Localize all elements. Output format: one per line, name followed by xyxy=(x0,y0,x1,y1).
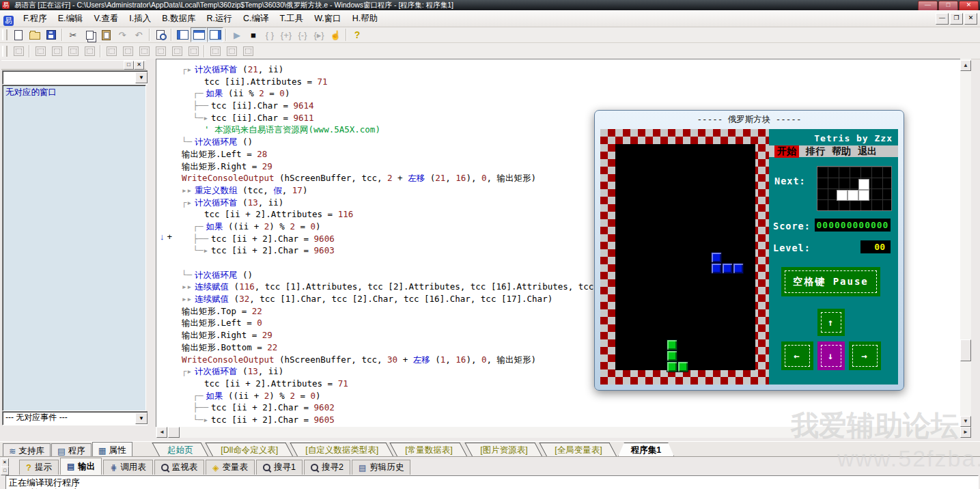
arrow-up-button[interactable]: ↑ xyxy=(817,309,845,336)
layout-right-panel-button[interactable] xyxy=(207,27,223,42)
chevron-down-icon[interactable]: ▼ xyxy=(135,72,148,83)
output-tab-7[interactable]: 搜寻2 xyxy=(304,460,350,475)
doc-tab-5[interactable]: [图片资源表] xyxy=(464,443,543,457)
output-tab-6[interactable]: 搜寻1 xyxy=(256,460,303,475)
debug-step-over-button[interactable]: { } xyxy=(262,27,278,42)
sidebar-grab-bar[interactable]: □ ✕ xyxy=(1,60,146,70)
doc-tab-7[interactable]: 程序集1 xyxy=(618,443,674,457)
chevron-down-icon[interactable]: ▼ xyxy=(135,413,148,424)
arrow-left-button[interactable]: ← xyxy=(781,341,813,370)
code-line[interactable]: ┌▸计次循环首 (21, ii) xyxy=(156,64,961,76)
sidebar-tab-program[interactable]: ▤程序 xyxy=(51,443,92,458)
output-tab-3[interactable]: ⋕调用表 xyxy=(103,460,153,475)
menu-item-i[interactable]: I.插入 xyxy=(124,10,156,27)
output-tab-5[interactable]: ◈变量表 xyxy=(206,460,255,475)
game-menu-排行[interactable]: 排行 xyxy=(806,145,825,158)
code-line[interactable]: └─▸tcc [ii + 2].Char = 9605 xyxy=(156,414,961,426)
game-menu-开始[interactable]: 开始 xyxy=(774,145,799,158)
sidebar-tab-properties[interactable]: ▦属性 xyxy=(92,442,132,458)
arrow-right-button[interactable]: → xyxy=(849,341,881,370)
output-tab-label: 输出 xyxy=(78,461,95,473)
mdi-close-button[interactable]: ✕ xyxy=(964,13,977,25)
arrow-down-button[interactable]: ↓ xyxy=(817,341,845,370)
scroll-up-button[interactable]: ▲ xyxy=(960,60,971,71)
doc-tab-label: [自定义数据类型表] xyxy=(305,443,378,457)
output-tab-4[interactable]: 监视表 xyxy=(154,460,205,475)
sidebar-splitter[interactable] xyxy=(148,59,156,441)
doc-tab-2[interactable]: [Dll命令定义表] xyxy=(205,443,293,457)
doc-tab-1[interactable]: 起始页 xyxy=(152,443,208,457)
output-tab-8[interactable]: ▤剪辑历史 xyxy=(352,460,410,475)
new-file-button[interactable] xyxy=(10,27,27,42)
output-tab-2[interactable]: ▤输出 xyxy=(60,458,102,475)
doc-tab-label: 程序集1 xyxy=(631,443,661,457)
find-button[interactable] xyxy=(152,27,169,42)
layout-left-panel-button[interactable] xyxy=(174,27,191,42)
redo-button[interactable]: ↷ xyxy=(114,27,130,42)
debug-pause-hand-button[interactable]: ☝ xyxy=(327,27,344,42)
mdi-restore-button[interactable]: ❐ xyxy=(950,13,963,25)
down-arrow-icon: ↓ xyxy=(821,345,841,367)
code-line[interactable]: ┌─如果 ((ii + 2) % 2 = 0) xyxy=(156,390,961,402)
menu-item-b[interactable]: B.数据库 xyxy=(156,10,201,27)
menu-item-v[interactable]: V.查看 xyxy=(89,10,124,27)
right-arrow-icon: → xyxy=(852,345,878,367)
sidebar-close-button[interactable]: ✕ xyxy=(134,61,144,70)
code-line[interactable]: tcc [ii].Attributes = 71 xyxy=(156,76,961,88)
scroll-left-button[interactable]: ◄ xyxy=(156,427,167,438)
list-item[interactable]: 无对应的窗口 xyxy=(3,85,145,98)
code-line[interactable]: ┌─如果 (ii % 2 = 0) xyxy=(156,87,961,100)
code-line[interactable]: ├──tcc [ii + 2].Char = 9602 xyxy=(156,402,961,414)
v-scrollbar-thumb[interactable] xyxy=(960,339,971,361)
close-button[interactable]: ✕ xyxy=(959,1,979,10)
menu-item-r[interactable]: R.运行 xyxy=(201,10,238,27)
add-column-left-icon xyxy=(32,44,48,59)
cut-button[interactable]: ✂ xyxy=(65,27,81,42)
menu-item-t[interactable]: T.工具 xyxy=(274,10,309,27)
maximize-button[interactable]: □ xyxy=(938,1,958,10)
debug-step-out-button[interactable]: {-} xyxy=(294,27,311,42)
menu-item-w[interactable]: W.窗口 xyxy=(309,10,347,27)
event-select-combo[interactable]: --- 无对应事件 --- ▼ xyxy=(2,411,149,425)
window-select-combo[interactable]: ▼ xyxy=(2,70,149,85)
menu-item-c[interactable]: C.编译 xyxy=(238,10,275,27)
undo-button[interactable]: ↶ xyxy=(130,27,147,42)
menu-item-h[interactable]: H.帮助 xyxy=(347,10,384,27)
debug-step-into-button[interactable]: {+} xyxy=(278,27,294,42)
game-window[interactable]: ----- 俄罗斯方块 ----- Tetris by Zzx 开始排行帮助退出… xyxy=(594,110,904,391)
hist-icon: ▤ xyxy=(359,464,366,472)
menu-item-e[interactable]: E.编辑 xyxy=(53,10,89,27)
pause-button[interactable]: 空格键 Pause xyxy=(781,267,880,296)
menu-item-f[interactable]: F.程序 xyxy=(18,10,53,27)
left-arrow-icon: ← xyxy=(785,345,810,367)
doc-tab-6[interactable]: [全局变量表] xyxy=(540,443,618,457)
copy-button[interactable] xyxy=(81,27,98,42)
h-scrollbar-thumb[interactable] xyxy=(168,427,180,438)
scroll-down-button[interactable]: ▼ xyxy=(960,416,971,427)
toolbar-grip[interactable] xyxy=(2,29,8,40)
layout-bottom-panel-button[interactable] xyxy=(191,27,207,42)
sidebar-maximize-button[interactable]: □ xyxy=(124,61,134,70)
debug-run-to-cursor-button[interactable]: {▸} xyxy=(311,27,327,42)
tab-icon: ▦ xyxy=(98,445,107,456)
v-scrollbar-track[interactable] xyxy=(960,59,971,427)
scroll-right-button[interactable]: ► xyxy=(960,427,971,438)
panel-restore-icon[interactable]: □ xyxy=(1,466,9,475)
run-button[interactable]: ▶ xyxy=(229,27,245,42)
stop-button[interactable]: ■ xyxy=(245,27,262,42)
doc-tab-3[interactable]: [自定义数据类型表] xyxy=(290,443,393,457)
help-find-button[interactable]: ? xyxy=(349,27,365,42)
output-tab-1[interactable]: ?提示 xyxy=(19,460,59,475)
paste-button[interactable] xyxy=(98,27,114,42)
window-list[interactable]: 无对应的窗口 xyxy=(2,85,146,411)
toolbar-grip[interactable] xyxy=(2,46,8,57)
doc-tab-4[interactable]: [常量数据表] xyxy=(390,443,468,457)
sidebar-tab-libraries[interactable]: ≋支持库 xyxy=(3,443,51,458)
minimize-button[interactable]: — xyxy=(918,1,938,10)
mdi-minimize-button[interactable]: — xyxy=(936,13,949,25)
h-scrollbar-track[interactable] xyxy=(156,427,960,438)
save-button[interactable] xyxy=(43,27,59,42)
game-menu-帮助[interactable]: 帮助 xyxy=(832,145,851,158)
game-menu-退出[interactable]: 退出 xyxy=(858,145,877,158)
open-file-button[interactable] xyxy=(27,27,43,42)
